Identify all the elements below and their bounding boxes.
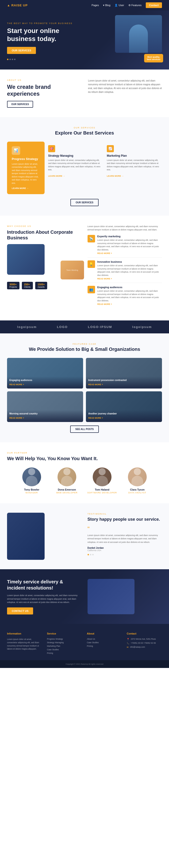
site-logo[interactable]: ▲ RAISE UP bbox=[7, 3, 28, 7]
test-dot-1[interactable] bbox=[88, 554, 89, 555]
feature-title-1: Expertly marketing bbox=[97, 235, 162, 238]
hero-badge: Best quality, best services bbox=[144, 54, 163, 62]
team-member-1: Tony Bowler MANAGER bbox=[16, 467, 47, 494]
team-grid: Tony Bowler MANAGER Dona Emerson WEB DEV… bbox=[7, 467, 162, 494]
nav-user[interactable]: 👤 User bbox=[115, 4, 124, 7]
footer-service: Service Progress Strategy Strategy Manag… bbox=[47, 632, 82, 655]
engaging-audiences-icon: 👥 bbox=[88, 286, 95, 293]
email-icon: ✉ bbox=[127, 646, 129, 648]
team-member-3: Tom Haland SOFTWARE DEVELOPER bbox=[87, 467, 117, 494]
services-title: Explore Our Best Services bbox=[7, 130, 162, 136]
footer-about-title: About bbox=[87, 632, 122, 635]
hero-image bbox=[115, 15, 162, 53]
phone-icon: 📞 bbox=[127, 642, 129, 644]
about-left: ABOUT US We create brand experiences OUR… bbox=[7, 79, 81, 108]
feature-content-2: Innovative business Lorem ipsum dolor si… bbox=[97, 260, 162, 280]
portfolio-overlay-4: Another journey chamber READ MORE + bbox=[86, 410, 162, 422]
marketing-learn-more[interactable]: LEARN MORE → bbox=[107, 175, 124, 177]
avatar-clara bbox=[128, 467, 147, 486]
feature-read-more-2[interactable]: READ MORE + bbox=[97, 278, 162, 280]
footer-service-link-3[interactable]: Marketing Plan bbox=[47, 645, 82, 647]
hero-section: THE BEST WAY TO PROMOTE YOUR BUSINESS St… bbox=[0, 10, 169, 69]
test-dot-3[interactable] bbox=[92, 554, 94, 555]
cta-section: Timely service delivery & incident resol… bbox=[0, 569, 169, 624]
portfolio-link-2[interactable]: READ MORE + bbox=[88, 383, 103, 386]
footer-info-title: Information bbox=[7, 632, 42, 635]
feature-text-2: Lorem ipsum dolor sit amet, consectetur … bbox=[97, 264, 162, 277]
marketing-title: Marketing Plan bbox=[107, 154, 162, 157]
portfolio-title-2: Instrument possession contrasted bbox=[88, 379, 160, 381]
corporate-intro-text: Lorem ipsum dolor sit amet, consectetur … bbox=[88, 225, 162, 231]
testimonial-author-role: California USA bbox=[88, 549, 162, 552]
footer: Information Lorem ipsum dolor sit amet, … bbox=[0, 624, 169, 660]
testimonial-image-container bbox=[7, 513, 82, 560]
portfolio-link-3[interactable]: READ MORE + bbox=[9, 417, 24, 419]
footer-service-link-5[interactable]: Pricing bbox=[47, 652, 82, 654]
about-right: Lorem ipsum dolor sit amet, consectetur … bbox=[88, 79, 162, 94]
feature-title-3: Engaging audiences bbox=[97, 286, 162, 289]
team-title: We Will Help You, You Know You Want It. bbox=[7, 456, 162, 462]
hero-dot-3[interactable] bbox=[12, 59, 13, 60]
feature-content-1: Expertly marketing Lorem ipsum dolor sit… bbox=[97, 235, 162, 254]
about-section: ABOUT US We create brand experiences OUR… bbox=[0, 69, 169, 117]
services-label: OUR SERVICES bbox=[7, 126, 162, 129]
strategy-managing-card: 🎯 Strategy Managing Lorem ipsum dolor si… bbox=[48, 142, 103, 194]
footer-address: 📍 2372 Morse Ave, 5261 Russ bbox=[127, 638, 162, 641]
copyright-text: Copyright © 2021 RaiseUp All rights rese… bbox=[7, 663, 162, 665]
innovative-business-icon: 💡 bbox=[88, 260, 95, 268]
portfolio-title-3: Morning assured country bbox=[9, 412, 81, 415]
stat-awards: 1500+ Awards bbox=[35, 282, 47, 289]
nav-blog[interactable]: ▾ Blog bbox=[103, 4, 110, 7]
footer-service-link-1[interactable]: Progress Strategy bbox=[47, 638, 82, 640]
about-services-button[interactable]: OUR SERVICES bbox=[7, 101, 33, 108]
strategy-learn-more[interactable]: LEARN MORE → bbox=[48, 175, 65, 177]
contact-button[interactable]: Contact bbox=[146, 2, 162, 8]
cta-title: Timely service delivery & incident resol… bbox=[7, 579, 82, 591]
test-dot-2[interactable] bbox=[90, 554, 91, 555]
see-all-posts-button[interactable]: SEE ALL POSTS bbox=[70, 426, 99, 433]
cta-button[interactable]: CONTACT US bbox=[7, 608, 33, 615]
hero-dot-4[interactable] bbox=[14, 59, 15, 60]
logo-item-4: logoipsum bbox=[132, 325, 152, 329]
footer-contact: Contact 📍 2372 Morse Ave, 5261 Russ 📞 +7… bbox=[127, 632, 162, 655]
corporate-section: WHY CHOOSE US Introduction About Corpora… bbox=[0, 216, 169, 320]
footer-service-link-4[interactable]: Case Studies bbox=[47, 648, 82, 651]
avatar-tony bbox=[22, 467, 41, 486]
portfolio-link-1[interactable]: READ MORE + bbox=[9, 383, 24, 386]
about-label: ABOUT US bbox=[7, 79, 81, 81]
hero-dot-2[interactable] bbox=[9, 59, 11, 60]
testimonial-text: Lorem ipsum dolor sit amet, consectetur … bbox=[88, 534, 162, 544]
hero-title: Start your online business today. bbox=[7, 27, 73, 43]
portfolio-link-4[interactable]: READ MORE + bbox=[88, 417, 103, 419]
main-nav: Pages ▾ Blog 👤 User ⚙ Features Contact bbox=[91, 2, 162, 8]
footer-phone: 📞 +70051 03 03 +76052 02 06 bbox=[127, 642, 162, 645]
strategy-text: Lorem ipsum dolor sit amet, consectetur … bbox=[48, 159, 103, 172]
featured-learn-more[interactable]: LEARN MORE → bbox=[12, 187, 40, 189]
all-services-button[interactable]: OUR SERVICES bbox=[71, 199, 98, 206]
team-section: OUR PARTNER We Will Help You, You Know Y… bbox=[0, 442, 169, 503]
team-name-1: Tony Bowler bbox=[16, 488, 47, 491]
hero-cta-button[interactable]: OUR SERVICES bbox=[7, 47, 36, 54]
nav-features[interactable]: ⚙ Features bbox=[128, 4, 141, 7]
portfolio-title-1: Engaging audiences bbox=[9, 379, 81, 381]
stat-clients: 250+ Clients bbox=[22, 282, 33, 289]
corporate-stats: 3000+ Projects 250+ Clients 1500+ Awards bbox=[7, 282, 82, 289]
portfolio-overlay-2: Instrument possession contrasted READ MO… bbox=[86, 376, 162, 389]
featured-service-card: 📊 Progress Strategy Lorem ipsum dolor si… bbox=[7, 142, 45, 194]
testimonial-section: TESTIMONIAL Story happy people use our s… bbox=[0, 503, 169, 569]
footer-contact-title: Contact bbox=[127, 632, 162, 635]
footer-about-link-2[interactable]: Case Studies bbox=[87, 641, 122, 644]
footer-about-link-1[interactable]: About Us bbox=[87, 638, 122, 640]
nav-pages[interactable]: Pages bbox=[91, 4, 99, 7]
feature-read-more-3[interactable]: READ MORE + bbox=[97, 303, 162, 305]
corporate-label: WHY CHOOSE US bbox=[7, 225, 82, 227]
footer-service-title: Service bbox=[47, 632, 82, 635]
footer-service-link-2[interactable]: Strategy Managing bbox=[47, 641, 82, 644]
stat-projects: 3000+ Projects bbox=[7, 282, 19, 289]
marketing-plan-card: 📈 Marketing Plan Lorem ipsum dolor sit a… bbox=[107, 142, 162, 194]
portfolio-overlay-3: Morning assured country READ MORE + bbox=[7, 410, 83, 422]
hero-dot-1[interactable] bbox=[7, 59, 8, 60]
feature-read-more-1[interactable]: READ MORE + bbox=[97, 252, 162, 254]
cta-content: Timely service delivery & incident resol… bbox=[7, 579, 82, 615]
footer-about-link-3[interactable]: Pricing bbox=[87, 645, 122, 647]
